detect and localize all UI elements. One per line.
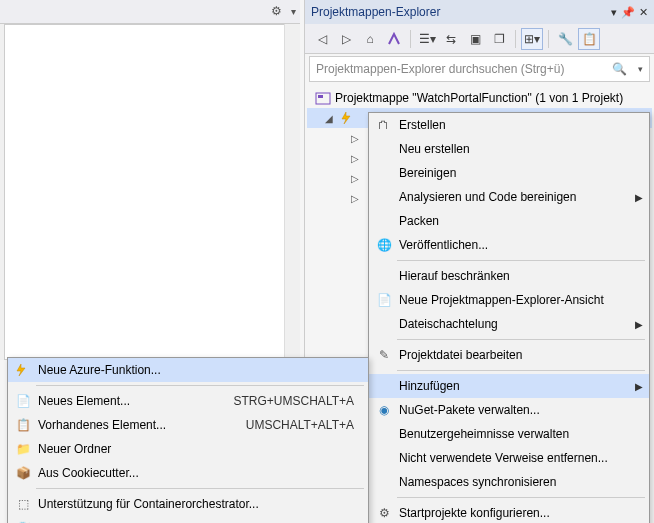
menu-item-add[interactable]: Hinzufügen▶ — [369, 374, 649, 398]
menu-item-pack[interactable]: Packen — [369, 209, 649, 233]
menu-item-scope[interactable]: Hierauf beschränken — [369, 264, 649, 288]
chevron-down-icon[interactable]: ▾ — [611, 6, 617, 19]
menu-separator — [36, 488, 364, 489]
collapse-arrow-icon[interactable]: ▷ — [351, 173, 361, 184]
collapse-icon[interactable]: ▣ — [464, 28, 486, 50]
new-view-icon: 📄 — [375, 293, 393, 307]
menu-separator — [397, 497, 645, 498]
menu-item-startup-config[interactable]: ⚙Startprojekte konfigurieren... — [369, 501, 649, 523]
editor-tabbar: ⚙ ▾ — [0, 0, 300, 24]
menu-item-analyze[interactable]: Analysieren und Code bereinigen▶ — [369, 185, 649, 209]
properties-icon[interactable]: 📋 — [578, 28, 600, 50]
gear-icon[interactable]: ⚙ — [271, 4, 282, 18]
tree-view-icon[interactable]: ⊞▾ — [521, 28, 543, 50]
menu-item-cookiecutter[interactable]: 📦 Aus Cookiecutter... — [8, 461, 368, 485]
menu-item-rebuild[interactable]: Neu erstellen — [369, 137, 649, 161]
svg-rect-0 — [316, 93, 330, 104]
editor-body — [4, 24, 292, 360]
panel-titlebar: Projektmappen-Explorer ▾ 📌 ✕ — [305, 0, 654, 24]
folder-icon: 📁 — [14, 442, 32, 456]
existing-item-icon: 📋 — [14, 418, 32, 432]
submenu-arrow-icon: ▶ — [635, 319, 643, 330]
search-placeholder: Projektmappen-Explorer durchsuchen (Strg… — [316, 62, 564, 76]
solution-label: Projektmappe "WatchPortalFunction" (1 vo… — [335, 91, 623, 105]
menu-item-secrets[interactable]: Benutzergeheimnisse verwalten — [369, 422, 649, 446]
menu-item-build[interactable]: ⛫Erstellen — [369, 113, 649, 137]
tree-solution-node[interactable]: Projektmappe "WatchPortalFunction" (1 vo… — [307, 88, 652, 108]
azure-function-icon — [339, 111, 355, 125]
menu-separator — [397, 370, 645, 371]
menu-item-container-orch[interactable]: ⬚ Unterstützung für Containerorchestrato… — [8, 492, 368, 516]
scrollbar[interactable] — [284, 24, 300, 360]
cookiecutter-icon: 📦 — [14, 466, 32, 480]
panel-toolbar: ◁ ▷ ⌂ ☰▾ ⇆ ▣ ❐ ⊞▾ 🔧 📋 — [305, 24, 654, 54]
sync-icon[interactable]: ⇆ — [440, 28, 462, 50]
menu-item-new-azure-function[interactable]: Neue Azure-Funktion... — [8, 358, 368, 382]
chevron-down-icon[interactable]: ▾ — [638, 64, 643, 74]
close-icon[interactable]: ✕ — [639, 6, 648, 19]
menu-item-new-view[interactable]: 📄Neue Projektmappen-Explorer-Ansicht — [369, 288, 649, 312]
menu-item-edit-project[interactable]: ✎Projektdatei bearbeiten — [369, 343, 649, 367]
menu-separator — [397, 260, 645, 261]
menu-item-new-folder[interactable]: 📁 Neuer Ordner — [8, 437, 368, 461]
show-all-icon[interactable]: ❐ — [488, 28, 510, 50]
menu-item-new-item[interactable]: 📄 Neues Element... STRG+UMSCHALT+A — [8, 389, 368, 413]
submenu-arrow-icon: ▶ — [635, 192, 643, 203]
menu-item-publish[interactable]: 🌐Veröffentlichen... — [369, 233, 649, 257]
gear-icon: ⚙ — [375, 506, 393, 520]
search-icon[interactable]: 🔍 — [612, 62, 627, 76]
expand-arrow-icon[interactable]: ◢ — [325, 113, 335, 124]
editor-area: ⚙ ▾ ✥ — [0, 0, 300, 360]
menu-separator — [36, 385, 364, 386]
back-icon[interactable]: ◁ — [311, 28, 333, 50]
pin-icon[interactable]: 📌 — [621, 6, 635, 19]
shortcut-text: STRG+UMSCHALT+A — [234, 394, 354, 408]
menu-item-clean[interactable]: Bereinigen — [369, 161, 649, 185]
forward-icon[interactable]: ▷ — [335, 28, 357, 50]
menu-item-nesting[interactable]: Dateischachtelung▶ — [369, 312, 649, 336]
add-submenu: Neue Azure-Funktion... 📄 Neues Element..… — [7, 357, 369, 523]
menu-item-existing-item[interactable]: 📋 Vorhandenes Element... UMSCHALT+ALT+A — [8, 413, 368, 437]
collapse-arrow-icon[interactable]: ▷ — [351, 153, 361, 164]
menu-separator — [397, 339, 645, 340]
svg-rect-1 — [318, 95, 323, 98]
filter-icon[interactable]: ☰▾ — [416, 28, 438, 50]
new-item-icon: 📄 — [14, 394, 32, 408]
menu-item-remove-refs[interactable]: Nicht verwendete Verweise entfernen... — [369, 446, 649, 470]
edit-icon: ✎ — [375, 348, 393, 362]
solution-icon — [315, 91, 331, 105]
menu-item-docker[interactable]: 🐳 Docker-Unterstützung... — [8, 516, 368, 523]
context-menu: ⛫Erstellen Neu erstellen Bereinigen Anal… — [368, 112, 650, 523]
submenu-arrow-icon: ▶ — [635, 381, 643, 392]
build-icon: ⛫ — [375, 118, 393, 132]
container-icon: ⬚ — [14, 497, 32, 511]
chevron-down-icon[interactable]: ▾ — [291, 6, 296, 17]
collapse-arrow-icon[interactable]: ▷ — [351, 193, 361, 204]
nuget-icon: ◉ — [375, 403, 393, 417]
panel-title: Projektmappen-Explorer — [311, 5, 440, 19]
menu-item-nuget[interactable]: ◉NuGet-Pakete verwalten... — [369, 398, 649, 422]
home-icon[interactable]: ⌂ — [359, 28, 381, 50]
switch-view-icon[interactable] — [383, 28, 405, 50]
wrench-icon[interactable]: 🔧 — [554, 28, 576, 50]
shortcut-text: UMSCHALT+ALT+A — [246, 418, 354, 432]
search-input[interactable]: Projektmappen-Explorer durchsuchen (Strg… — [309, 56, 650, 82]
azure-function-icon — [14, 363, 32, 377]
globe-icon: 🌐 — [375, 238, 393, 252]
menu-item-sync-ns[interactable]: Namespaces synchronisieren — [369, 470, 649, 494]
collapse-arrow-icon[interactable]: ▷ — [351, 133, 361, 144]
